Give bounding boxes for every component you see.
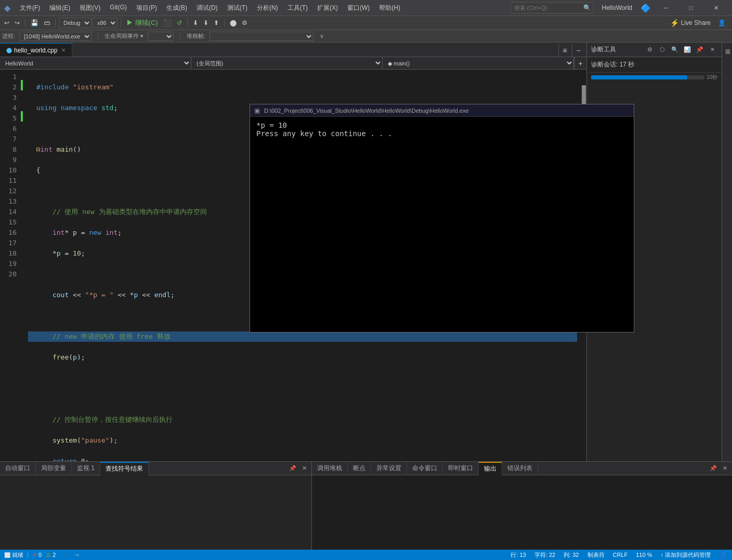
csdn-icon: 👤 xyxy=(719,551,728,559)
diag-search-icon[interactable]: 🔍 xyxy=(670,45,680,55)
maximize-button[interactable]: □ xyxy=(679,0,703,16)
panel-left-pin-icon[interactable]: 📌 xyxy=(287,463,298,474)
breakpoints-icon[interactable]: ⬤ xyxy=(228,18,239,28)
tab-icon: ⬤ xyxy=(6,47,12,53)
panel-tab-callstack[interactable]: 调用堆栈 xyxy=(312,462,348,475)
status-sep1 xyxy=(28,552,28,558)
diag-close-icon[interactable]: ✕ xyxy=(707,45,717,55)
panel-tab-find-symbol[interactable]: 查找符号结果 xyxy=(100,462,149,475)
stop-icon[interactable]: ⬛ xyxy=(161,18,174,28)
console-icon: ▣ xyxy=(254,107,260,114)
diag-settings-icon[interactable]: ⚙ xyxy=(645,45,655,55)
step-out-icon[interactable]: ⬆ xyxy=(212,18,221,28)
search-input[interactable] xyxy=(511,5,593,11)
restart-icon[interactable]: ↺ xyxy=(175,18,184,28)
tb-save-icon[interactable]: 💾 xyxy=(29,18,41,28)
editor-tab-bar: ⬤ hello_world.cpp ✕ ≡ − xyxy=(0,43,586,57)
tab-label: hello_world.cpp xyxy=(14,47,57,54)
line-num: 1 xyxy=(2,72,17,82)
line-num: 12 xyxy=(2,186,17,196)
panel-tab-watch[interactable]: 监视 1 xyxy=(72,462,100,475)
menu-edit[interactable]: 编辑(E) xyxy=(45,3,74,14)
menu-project[interactable]: 项目(P) xyxy=(132,3,161,14)
debug-config-combo[interactable]: Debug xyxy=(59,18,92,28)
live-share-label: Live Share xyxy=(681,19,711,26)
panel-tab-immediate[interactable]: 即时窗口 xyxy=(443,462,479,475)
panel-tab-errors[interactable]: 错误列表 xyxy=(502,462,538,475)
panel-left: 自动窗口 局部变量 监视 1 查找符号结果 📌 ✕ xyxy=(0,462,312,550)
nav-back-arrow[interactable]: ← xyxy=(60,550,70,560)
error-num: 0 xyxy=(38,552,42,558)
panel-tab-command[interactable]: 命令窗口 xyxy=(407,462,443,475)
menu-analyze[interactable]: 分析(N) xyxy=(253,3,282,14)
diag-external-icon[interactable]: ⬡ xyxy=(657,45,668,55)
status-tab: 制表符 xyxy=(587,551,605,559)
tb-save-all-icon[interactable]: 🗃 xyxy=(42,18,52,28)
tb-sep2 xyxy=(55,18,56,28)
status-bar: ⬜ 就绪 ✕ 0 ⚠ 2 ← → 行: 13 字符: 22 列: 32 制表符 … xyxy=(0,550,732,560)
menu-window[interactable]: 窗口(W) xyxy=(343,3,374,14)
thread-combo[interactable] xyxy=(148,32,174,41)
console-line-1: *p = 10 xyxy=(256,121,628,129)
indicator-20 xyxy=(21,267,23,277)
step-over-icon[interactable]: ⬇ xyxy=(191,18,200,28)
tb-back-icon[interactable]: ↩ xyxy=(2,18,11,28)
panel-tab-breakpoints[interactable]: 断点 xyxy=(348,462,371,475)
nav-forward-arrow[interactable]: → xyxy=(71,550,82,560)
lifecycle-label: 生命周期事件 ▾ xyxy=(104,32,143,40)
find-symbol-tab-label: 查找符号结果 xyxy=(106,464,143,473)
ready-icon: ⬜ xyxy=(4,552,10,558)
console-body[interactable]: *p = 10 Press any key to continue . . . xyxy=(250,117,634,332)
panel-tab-auto[interactable]: 自动窗口 xyxy=(0,462,36,475)
line-num: 19 xyxy=(2,259,17,269)
panel-tab-output[interactable]: 输出 xyxy=(479,462,502,475)
panel-right-ctrl: 📌 ✕ xyxy=(708,463,732,474)
tab-collapse-icon[interactable]: − xyxy=(572,44,584,57)
menu-view[interactable]: 视图(V) xyxy=(75,3,104,14)
close-button[interactable]: ✕ xyxy=(704,0,728,16)
panel-right-pin-icon[interactable]: 📌 xyxy=(708,463,718,474)
status-zoom[interactable]: 110 % xyxy=(636,552,652,558)
panel-left-close-icon[interactable]: ✕ xyxy=(299,463,309,474)
line-num: 20 xyxy=(2,269,17,279)
tab-hello-world-cpp[interactable]: ⬤ hello_world.cpp ✕ xyxy=(0,43,72,57)
panel-right-close-icon[interactable]: ✕ xyxy=(720,463,730,474)
menu-build[interactable]: 生成(B) xyxy=(162,3,191,14)
scope-combo[interactable]: HelloWorld xyxy=(0,57,191,69)
callstack-combo[interactable] xyxy=(210,32,313,41)
indicator-6 xyxy=(21,122,23,132)
indicator-13 xyxy=(21,194,23,205)
editor-add-btn[interactable]: + xyxy=(574,57,586,70)
diag-chart-icon[interactable]: 📊 xyxy=(682,45,692,55)
tb-forward-icon[interactable]: ↪ xyxy=(12,18,22,28)
panel-tab-locals[interactable]: 局部变量 xyxy=(36,462,72,475)
tab-panel-menu-icon[interactable]: ≡ xyxy=(558,44,571,57)
minimize-button[interactable]: ─ xyxy=(654,0,678,16)
platform-combo[interactable]: x86 xyxy=(93,18,117,28)
menu-git[interactable]: Git(G) xyxy=(106,3,131,14)
menu-test[interactable]: 测试(T) xyxy=(223,3,252,14)
menu-tools[interactable]: 工具(T) xyxy=(283,3,312,14)
continue-button[interactable]: ▶ 继续(C) xyxy=(124,17,160,29)
add-to-source-btn[interactable]: ↑ 添加到源代码管理 xyxy=(660,551,711,559)
indicator-12 xyxy=(21,184,23,194)
account-icon[interactable]: 👤 xyxy=(716,18,728,28)
step-into-icon[interactable]: ⬇ xyxy=(201,18,211,28)
diag-pin-icon[interactable]: 📌 xyxy=(695,45,705,55)
menu-extensions[interactable]: 扩展(X) xyxy=(313,3,342,14)
menu-help[interactable]: 帮助(H) xyxy=(375,3,404,14)
expand-icon[interactable]: ∨ xyxy=(320,33,324,39)
tab-close-button[interactable]: ✕ xyxy=(61,47,66,53)
function-combo[interactable]: ◆ main() xyxy=(383,57,574,69)
live-share-button[interactable]: ⚡ Live Share xyxy=(666,18,715,28)
panel-right-header: 调用堆栈 断点 异常设置 命令窗口 即时窗口 输出 错误列表 xyxy=(312,462,732,475)
context-combo[interactable]: (全局范围) xyxy=(191,57,383,69)
process-combo[interactable]: [1048] HelloWorld.exe xyxy=(19,32,92,41)
menu-debug[interactable]: 调试(D) xyxy=(192,3,222,14)
panel-tab-exceptions[interactable]: 异常设置 xyxy=(371,462,407,475)
diag-controls: ⚙ ⬡ 🔍 📊 📌 ✕ xyxy=(645,45,717,55)
line-numbers: 1 2 3 4 5 6 7 8 9 10 11 12 13 14 15 16 1 xyxy=(0,70,21,461)
settings-icon[interactable]: ⚙ xyxy=(240,18,250,28)
indicator-7 xyxy=(21,132,23,142)
menu-file[interactable]: 文件(F) xyxy=(16,3,44,14)
